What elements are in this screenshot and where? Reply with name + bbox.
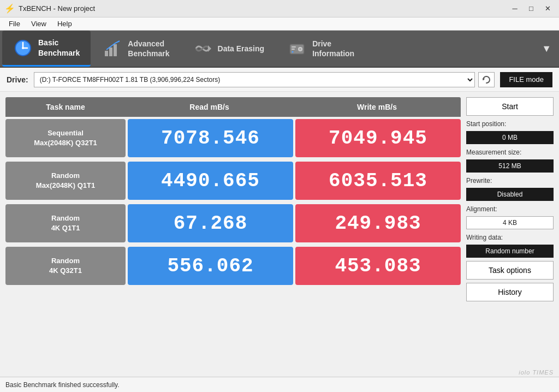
toolbar-drive-information[interactable]: DriveInformation	[276, 31, 365, 67]
measurement-size-value: 512 MB	[466, 159, 554, 173]
menu-file[interactable]: File	[3, 19, 26, 29]
bench-read-1: 4490.665	[128, 162, 293, 200]
basic-benchmark-icon	[13, 39, 33, 57]
menu-help[interactable]: Help	[52, 19, 78, 29]
drive-information-label: DriveInformation	[312, 39, 354, 58]
basic-benchmark-label: BasicBenchmark	[38, 38, 80, 57]
data-erasing-icon	[193, 40, 212, 57]
app-icon: ⚡	[4, 3, 15, 14]
main-content: Task name Read mB/s Write mB/s Sequentia…	[0, 92, 559, 377]
svg-rect-4	[114, 44, 117, 56]
drive-bar: Drive: (D:) T-FORCE TM8FFH002T 1.81 TB (…	[0, 68, 559, 92]
alignment-label: Alignment:	[466, 205, 554, 213]
advanced-benchmark-label: AdvancedBenchmark	[128, 39, 169, 58]
writing-data-label: Writing data:	[466, 234, 554, 241]
benchmark-header: Task name Read mB/s Write mB/s	[5, 97, 461, 117]
col-read: Read mB/s	[126, 103, 293, 111]
drive-label: Drive:	[7, 75, 28, 84]
start-position-value: 0 MB	[466, 131, 554, 144]
benchmark-table: Task name Read mB/s Write mB/s Sequentia…	[5, 97, 461, 377]
bench-row-1: RandomMax(2048K) Q1T1 4490.665 6035.513	[5, 159, 461, 202]
minimize-button[interactable]: ─	[508, 3, 522, 14]
toolbar-data-erasing[interactable]: Data Erasing	[182, 31, 276, 67]
bench-read-0: 7078.546	[128, 119, 293, 157]
alignment-value: 4 KB	[466, 216, 554, 229]
bench-row-label-3: Random4K Q32T1	[5, 247, 126, 285]
toolbar: BasicBenchmark AdvancedBenchmark Data Er…	[0, 31, 559, 68]
svg-point-8	[299, 48, 301, 50]
history-button[interactable]: History	[466, 283, 554, 301]
svg-rect-2	[105, 51, 108, 56]
advanced-benchmark-icon	[103, 40, 122, 57]
toolbar-dropdown[interactable]: ▼	[536, 31, 557, 67]
svg-point-11	[292, 51, 294, 53]
col-write: Write mB/s	[293, 103, 461, 111]
svg-point-1	[22, 47, 24, 49]
writing-data-value: Random number	[466, 245, 554, 258]
drive-select[interactable]: (D:) T-FORCE TM8FFH002T 1.81 TB (3,906,9…	[34, 72, 475, 87]
title-bar: ⚡ TxBENCH - New project ─ □ ✕	[0, 0, 559, 17]
window-controls: ─ □ ✕	[508, 3, 555, 14]
maximize-button[interactable]: □	[524, 3, 538, 14]
toolbar-advanced-benchmark[interactable]: AdvancedBenchmark	[92, 31, 180, 67]
status-message: Basic Benchmark finished successfully.	[5, 381, 120, 389]
window-title: TxBENCH - New project	[19, 4, 508, 13]
drive-select-wrap: (D:) T-FORCE TM8FFH002T 1.81 TB (3,906,9…	[34, 72, 495, 87]
drive-refresh-button[interactable]	[478, 72, 495, 87]
bench-row-label-1: RandomMax(2048K) Q1T1	[5, 162, 126, 200]
drive-information-icon	[287, 40, 307, 57]
svg-rect-10	[292, 49, 295, 50]
close-button[interactable]: ✕	[540, 3, 555, 14]
svg-rect-9	[292, 46, 296, 47]
bench-write-0: 7049.945	[295, 119, 461, 157]
svg-rect-3	[109, 47, 112, 56]
task-options-button[interactable]: Task options	[466, 261, 554, 280]
bench-write-3: 453.083	[295, 247, 461, 285]
toolbar-basic-benchmark[interactable]: BasicBenchmark	[2, 31, 91, 67]
data-erasing-label: Data Erasing	[218, 44, 265, 54]
measurement-size-label: Measurement size:	[466, 149, 554, 156]
bench-row-0: SequentialMax(2048K) Q32T1 7078.546 7049…	[5, 117, 461, 159]
status-bar: Basic Benchmark finished successfully.	[0, 377, 559, 392]
bench-write-1: 6035.513	[295, 162, 461, 200]
svg-marker-5	[208, 45, 211, 52]
bench-write-2: 249.983	[295, 204, 461, 242]
start-button[interactable]: Start	[466, 97, 554, 116]
file-mode-button[interactable]: FILE mode	[500, 72, 552, 87]
prewrite-value: Disabled	[466, 188, 554, 201]
start-position-label: Start position:	[466, 120, 554, 128]
menu-bar: File View Help	[0, 17, 559, 31]
bench-row-label-2: Random4K Q1T1	[5, 204, 126, 242]
col-task-name: Task name	[5, 103, 126, 111]
bench-read-2: 67.268	[128, 204, 293, 242]
sidebar: Start Start position: 0 MB Measurement s…	[466, 97, 554, 377]
bench-row-2: Random4K Q1T1 67.268 249.983	[5, 202, 461, 245]
watermark: iolo TIMES	[519, 369, 554, 376]
bench-row-label-0: SequentialMax(2048K) Q32T1	[5, 119, 126, 157]
prewrite-label: Prewrite:	[466, 177, 554, 185]
bench-read-3: 556.062	[128, 247, 293, 285]
bench-row-3: Random4K Q32T1 556.062 453.083	[5, 245, 461, 287]
menu-view[interactable]: View	[26, 19, 52, 29]
